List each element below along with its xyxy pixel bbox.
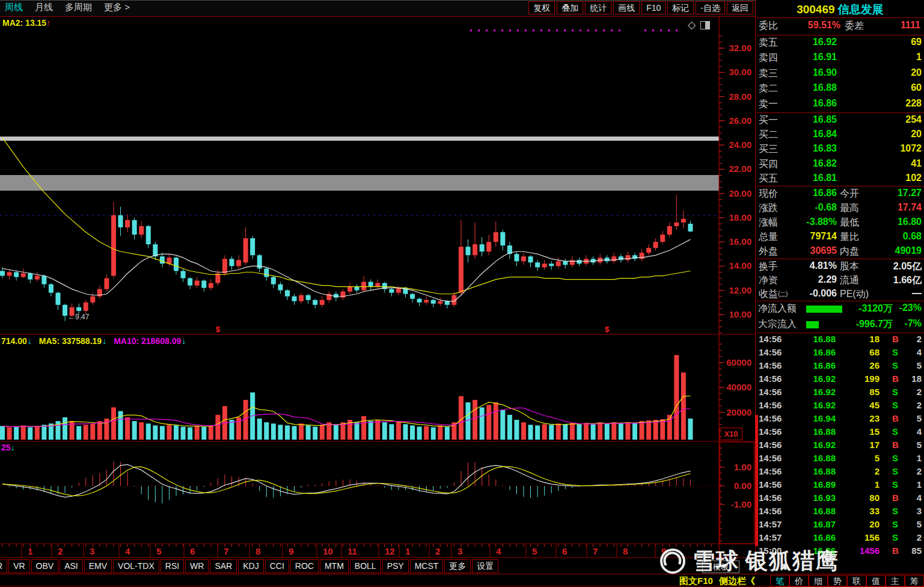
toolbar-buttons: 复权叠加统计画线F10标记-自选返回 xyxy=(528,1,753,14)
tick-count: 4 xyxy=(917,493,922,503)
split-window-icon[interactable] xyxy=(700,21,710,29)
tick-time: 14:56 xyxy=(759,360,782,370)
svg-text:12.00: 12.00 xyxy=(729,285,751,295)
indicator-tab-BOLL[interactable]: BOLL xyxy=(350,559,381,573)
detail-tab-bar: 笔价细势联值主筹 xyxy=(770,575,924,587)
tick-side: S xyxy=(892,466,898,476)
menu-item-月线[interactable]: 月线 xyxy=(35,2,53,13)
svg-text:←9.47: ←9.47 xyxy=(68,313,90,321)
divider xyxy=(756,259,924,259)
down-arrow-icon: ↓ xyxy=(102,336,106,346)
tick-count: 2 xyxy=(917,532,922,542)
indicator-tab-RSI[interactable]: RSI xyxy=(161,559,184,573)
indicator-tab-WR[interactable]: WR xyxy=(185,559,209,573)
indicator-tab-更多[interactable]: 更多 xyxy=(444,559,471,573)
tick-volume: 20 xyxy=(869,519,880,529)
menu-item-周线[interactable]: 周线 xyxy=(5,2,23,13)
menu-item-更多 >[interactable]: 更多 > xyxy=(104,2,130,13)
tick-price: 16.92 xyxy=(813,440,836,450)
toolbar-button-F10[interactable]: F10 xyxy=(641,1,665,14)
tick-price: 16.93 xyxy=(813,493,836,503)
flow-bar xyxy=(806,321,819,328)
stat-label: 外盘 xyxy=(759,245,778,258)
stock-title: 300469 信息发展 xyxy=(756,2,924,17)
tick-time: 14:57 xyxy=(759,519,782,529)
toolbar-button--自选[interactable]: -自选 xyxy=(696,1,725,14)
svg-text:9: 9 xyxy=(661,546,666,556)
toolbar-button-标记[interactable]: 标记 xyxy=(667,1,694,14)
detail-tab-价[interactable]: 价 xyxy=(789,575,809,587)
svg-text:20.00: 20.00 xyxy=(729,188,751,198)
stat-value: -3.88% xyxy=(806,217,837,227)
tick-time: 14:56 xyxy=(759,400,782,410)
toolbar-button-统计[interactable]: 统计 xyxy=(585,1,611,14)
tick-time: 15:00 xyxy=(759,546,782,556)
indicator-tab-KDJ[interactable]: KDJ xyxy=(238,559,263,573)
svg-text:30.00: 30.00 xyxy=(729,67,751,77)
toolbar-button-叠加[interactable]: 叠加 xyxy=(557,1,583,14)
menu-item-多周期[interactable]: 多周期 xyxy=(65,2,92,13)
indicator-tab-VR[interactable]: VR xyxy=(8,559,29,573)
period-menu: 周线月线多周期更多 > xyxy=(5,2,130,13)
indicator-tab-MCST[interactable]: MCST xyxy=(410,559,444,573)
indicator-tab-CCI[interactable]: CCI xyxy=(265,559,289,573)
tick-volume: 23 xyxy=(869,413,880,423)
indicator-tab-ASI[interactable]: ASI xyxy=(60,559,83,573)
sell-level-row[interactable]: 卖二16.8860 xyxy=(756,82,924,97)
quote-panel: 300469 信息发展 委比59.51%委差1111卖五16.9269卖四16.… xyxy=(756,0,924,587)
sell-level-row[interactable]: 卖一16.86228 xyxy=(756,98,924,113)
indicator-tab-PSY[interactable]: PSY xyxy=(382,559,409,573)
detail-tab-筹[interactable]: 筹 xyxy=(905,575,924,587)
level-price: 16.86 xyxy=(813,98,837,109)
price-chart-canvas[interactable]: 32.0030.0028.0026.0024.0022.0020.0018.00… xyxy=(0,0,756,587)
toolbar-button-复权[interactable]: 复权 xyxy=(528,1,555,14)
stat-label: 涨幅 xyxy=(759,217,778,229)
toolbar-button-画线[interactable]: 画线 xyxy=(613,1,640,14)
stat-label: 净资 xyxy=(759,274,778,287)
indicator-tab-R[interactable]: R xyxy=(0,559,7,573)
indicator-tab-SAR[interactable]: SAR xyxy=(210,559,237,573)
tick-count: 18 xyxy=(911,373,922,384)
buy-level-row[interactable]: 买五16.81102 xyxy=(756,173,924,187)
indicator-tab-设置[interactable]: 设置 xyxy=(472,559,498,573)
buy-level-row[interactable]: 买三16.831072 xyxy=(756,143,924,158)
indicator-tab-OBV[interactable]: OBV xyxy=(31,559,59,573)
indicator-tab-ROC[interactable]: ROC xyxy=(290,559,319,573)
level-label: 卖三 xyxy=(759,67,778,80)
stat-label: 量比 xyxy=(840,231,859,244)
tick-row: 15:0016.861456B85 xyxy=(756,546,924,559)
detail-tab-细[interactable]: 细 xyxy=(809,575,828,587)
detail-tab-笔[interactable]: 笔 xyxy=(770,575,789,587)
toolbar-button-返回[interactable]: 返回 xyxy=(727,1,753,14)
tick-volume: 18 xyxy=(869,334,880,344)
level-label: 买二 xyxy=(759,129,778,141)
sell-level-row[interactable]: 卖五16.9269 xyxy=(756,37,924,52)
detail-tab-联[interactable]: 联 xyxy=(847,575,866,587)
tick-volume: 85 xyxy=(869,387,880,397)
svg-text:1: 1 xyxy=(28,546,32,556)
tick-price: 16.88 xyxy=(813,426,836,437)
buy-level-row[interactable]: 买四16.8241 xyxy=(756,158,924,173)
tick-volume: 199 xyxy=(864,373,880,384)
down-arrow-icon: ↓ xyxy=(182,336,186,346)
sell-level-row[interactable]: 卖三16.9020 xyxy=(756,67,924,82)
buy-level-row[interactable]: 买二16.8420 xyxy=(756,129,924,143)
level-volume: 20 xyxy=(911,67,922,78)
indicator-tab-EMV[interactable]: EMV xyxy=(84,559,112,573)
flow-pct: -23% xyxy=(899,303,922,313)
detail-tab-主[interactable]: 主 xyxy=(886,575,905,587)
volume-ma-labels: 714.00↓MA5: 337588.19↓MA10: 218608.09↓ xyxy=(1,336,186,346)
svg-text:4: 4 xyxy=(125,546,130,556)
diamond-icon[interactable]: ◇ xyxy=(688,19,696,31)
indicator-tab-MTM[interactable]: MTM xyxy=(320,559,349,573)
volume-multiplier-badge: X10 xyxy=(720,428,742,440)
indicator-tab-VOL-TDX[interactable]: VOL-TDX xyxy=(113,559,159,573)
tick-scrollbar[interactable] xyxy=(755,415,758,546)
detail-tab-势[interactable]: 势 xyxy=(828,575,847,587)
template-button[interactable]: 模板 xyxy=(702,561,739,573)
sell-level-row[interactable]: 卖四16.911 xyxy=(756,52,924,67)
tick-row: 14:5616.9380B4 xyxy=(756,493,924,506)
detail-tab-值[interactable]: 值 xyxy=(866,575,886,587)
level-volume: 102 xyxy=(905,173,922,183)
buy-level-row[interactable]: 买一16.85254 xyxy=(756,114,924,129)
